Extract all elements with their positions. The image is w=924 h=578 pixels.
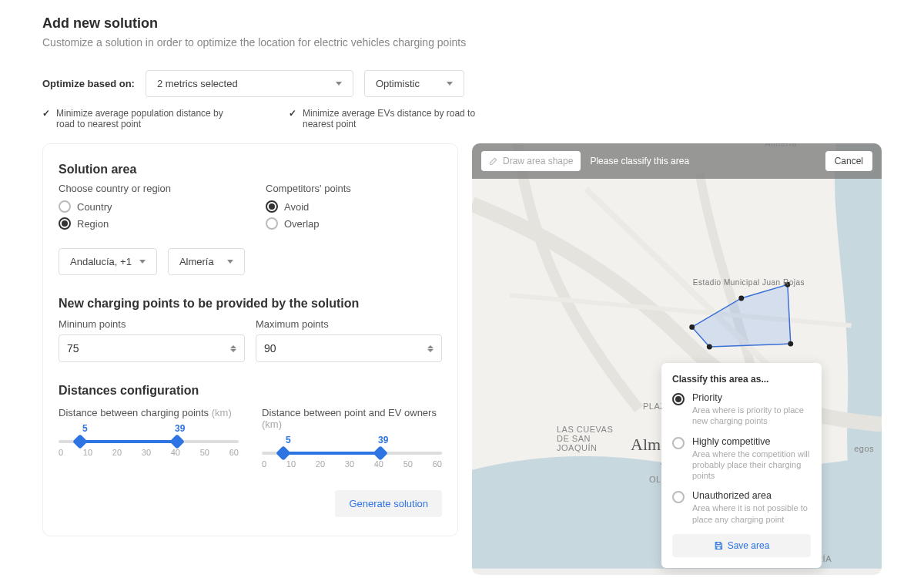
slider-ticks: 0102030405060 (262, 459, 442, 469)
slider-handle-low[interactable] (276, 445, 291, 461)
solution-area-title: Solution area (59, 163, 442, 176)
page-title: Add new solution (42, 15, 882, 32)
min-points-value: 75 (67, 342, 79, 355)
map-toolbar: Draw area shape Please classify this are… (472, 143, 882, 179)
points-title: New charging points to be provided by th… (59, 297, 442, 311)
caret-down-icon (336, 82, 342, 86)
map-area-label: LAS CUEVAS DE SAN JOAQUÍN (557, 425, 626, 452)
radio-icon (266, 217, 278, 230)
classify-popup-title: Classify this area as... (672, 374, 811, 385)
slider-low-value: 5 (82, 423, 88, 434)
slider-fill (283, 452, 380, 455)
map-area-label: egos (854, 444, 874, 453)
draw-button-label: Draw area shape (503, 156, 573, 166)
slider-low-value: 5 (286, 435, 291, 445)
radio-icon (672, 393, 685, 405)
max-points-value: 90 (264, 342, 276, 355)
slider-ticks: 0102030405060 (59, 448, 239, 457)
map-panel: Estadio Municipal Juan Rojas PLAZA DE TO… (472, 143, 882, 575)
classify-prompt: Please classify this area (590, 156, 689, 166)
generate-solution-button[interactable]: Generate solution (335, 490, 442, 517)
caret-down-icon (227, 260, 233, 264)
criterion-text: Minimize average population distance by … (56, 108, 243, 129)
map-poi-label: Estadio Municipal Juan Rojas (693, 278, 805, 287)
min-points-input[interactable]: 75 (59, 334, 245, 362)
region-value: Andalucía, +1 (70, 256, 132, 267)
slider-high-value: 39 (175, 423, 185, 434)
charging-distance-slider[interactable] (59, 440, 239, 443)
option-title: Unauthorized area (692, 490, 811, 501)
radio-label: Overlap (284, 218, 320, 230)
form-panel: Solution area Choose country or region C… (42, 143, 458, 536)
page-subtitle: Customize a solution in order to optimiz… (42, 36, 882, 49)
classify-option-unauthorized[interactable]: Unauthorized area Area where it is not p… (672, 490, 811, 525)
region-select[interactable]: Andalucía, +1 (59, 248, 157, 275)
slider-handle-low[interactable] (72, 434, 88, 449)
radio-label: Country (77, 201, 112, 213)
option-desc: Area where the competition will probably… (692, 449, 811, 482)
radio-region[interactable]: Region (59, 217, 235, 230)
max-points-input[interactable]: 90 (256, 334, 442, 362)
subregion-value: Almería (179, 256, 214, 267)
radio-icon (672, 437, 685, 449)
caret-down-icon (139, 260, 146, 264)
save-area-button[interactable]: Save area (672, 534, 811, 557)
main-content: Solution area Choose country or region C… (42, 143, 882, 575)
slider-handle-high[interactable] (170, 434, 186, 449)
save-area-label: Save area (728, 540, 770, 551)
step-up-icon[interactable] (230, 345, 236, 348)
owners-distance-label: Distance between point and EV owners (km… (262, 407, 442, 430)
owners-distance-slider[interactable] (262, 452, 442, 455)
check-icon: ✓ (42, 108, 50, 119)
option-desc: Area where is priority to place new char… (692, 405, 811, 427)
radio-avoid[interactable]: Avoid (266, 200, 442, 213)
page-header: Add new solution Customize a solution in… (42, 15, 882, 49)
optimization-criteria: ✓ Minimize average population distance b… (42, 108, 882, 129)
classify-popup: Classify this area as... Priority Area w… (661, 363, 822, 568)
radio-label: Avoid (284, 201, 309, 213)
radio-overlap[interactable]: Overlap (266, 217, 442, 230)
optimize-row: Optimize based on: 2 metrics selected Op… (42, 70, 882, 97)
optimize-label: Optimize based on: (42, 78, 135, 89)
option-title: Priority (692, 392, 811, 403)
pencil-icon (489, 156, 498, 166)
radio-icon (266, 200, 278, 213)
svg-point-5 (788, 341, 793, 347)
cancel-button[interactable]: Cancel (825, 151, 872, 171)
quantity-stepper[interactable] (230, 345, 236, 352)
radio-icon (672, 491, 685, 503)
radio-country[interactable]: Country (59, 200, 235, 213)
slider-high-value: 39 (378, 435, 388, 445)
quantity-stepper[interactable] (427, 345, 434, 352)
draw-area-button: Draw area shape (481, 151, 581, 171)
scenario-select[interactable]: Optimistic (364, 70, 464, 97)
distances-title: Distances configuration (59, 384, 442, 398)
step-up-icon[interactable] (427, 345, 434, 348)
slider-handle-high[interactable] (373, 445, 389, 461)
radio-label: Region (77, 218, 109, 230)
metrics-select[interactable]: 2 metrics selected (146, 70, 353, 97)
criterion-text: Minimize average EVs distance by road to… (303, 108, 489, 129)
save-icon (714, 541, 723, 550)
step-down-icon[interactable] (427, 349, 434, 352)
scenario-select-value: Optimistic (376, 78, 420, 89)
slider-fill (80, 440, 177, 443)
metrics-select-value: 2 metrics selected (157, 78, 238, 89)
caret-down-icon (447, 82, 453, 86)
option-desc: Area where it is not possible to place a… (692, 502, 811, 525)
criterion-item: ✓ Minimize average EVs distance by road … (289, 108, 489, 129)
svg-point-6 (707, 344, 712, 350)
step-down-icon[interactable] (230, 349, 236, 352)
classify-option-priority[interactable]: Priority Area where is priority to place… (672, 392, 811, 427)
subregion-select[interactable]: Almería (168, 248, 245, 275)
radio-icon (59, 200, 71, 213)
criterion-item: ✓ Minimize average population distance b… (42, 108, 243, 129)
svg-point-3 (738, 296, 744, 301)
min-points-label: Mininum points (59, 318, 245, 330)
radio-icon (59, 217, 71, 230)
competitors-label: Competitors' points (266, 183, 442, 194)
country-region-label: Choose country or region (59, 183, 235, 194)
svg-point-2 (689, 324, 695, 330)
check-icon: ✓ (289, 108, 296, 119)
classify-option-competitive[interactable]: Highly competitive Area where the compet… (672, 436, 811, 482)
